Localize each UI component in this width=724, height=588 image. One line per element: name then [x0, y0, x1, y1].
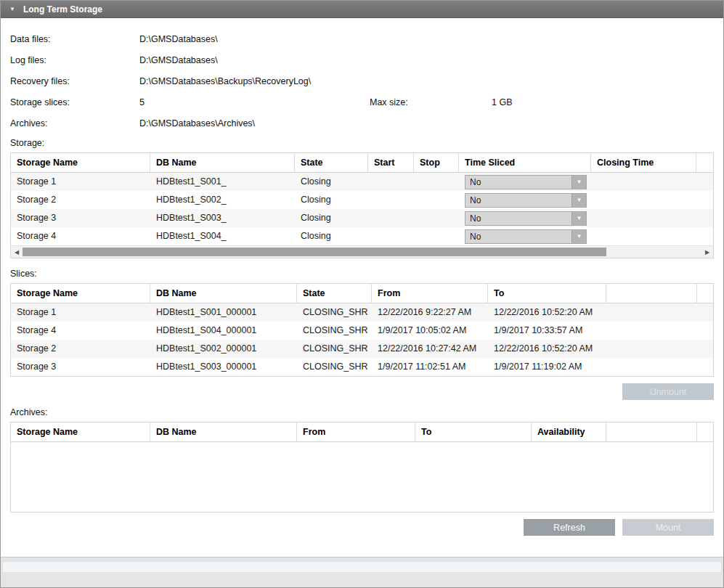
cell-filler: [697, 340, 713, 358]
unmount-button[interactable]: Unmount: [622, 383, 714, 400]
column-header-start[interactable]: Start: [368, 153, 414, 172]
cell-stop: [414, 191, 459, 209]
storage-row[interactable]: Storage 3 HDBtest1_S003_ Closing No ▼: [11, 209, 713, 227]
slice-row[interactable]: Storage 4 HDBtest1_S004_000001 CLOSING_S…: [11, 322, 713, 340]
column-header-to[interactable]: To: [488, 284, 606, 303]
collapse-icon[interactable]: ▼: [9, 6, 15, 12]
storage-horizontal-scrollbar[interactable]: ◀ ▶: [11, 245, 713, 258]
cell-filler: [696, 209, 713, 227]
column-header-stop[interactable]: Stop: [414, 153, 459, 172]
panel-title: Long Term Storage: [23, 4, 102, 15]
column-header-db-name[interactable]: DB Name: [150, 153, 295, 172]
column-header-from[interactable]: From: [297, 422, 415, 441]
cell-to: 12/22/2016 10:52:20 AM: [488, 340, 606, 358]
cell-blank: [606, 340, 697, 358]
cell-to: 12/22/2016 10:52:20 AM: [488, 303, 606, 322]
cell-filler: [696, 173, 713, 191]
cell-from: 1/9/2017 11:02:51 AM: [372, 358, 488, 376]
scroll-left-icon[interactable]: ◀: [11, 246, 23, 258]
cell-storage-name: Storage 4: [11, 322, 150, 340]
storage-row[interactable]: Storage 2 HDBtest1_S002_ Closing No ▼: [11, 191, 713, 209]
time-sliced-dropdown[interactable]: No ▼: [465, 193, 587, 208]
cell-state: Closing: [295, 227, 368, 245]
mount-button[interactable]: Mount: [622, 519, 714, 536]
cell-storage-name: Storage 1: [11, 173, 150, 191]
dropdown-selected-value: No: [465, 176, 572, 189]
max-size-value: 1 GB: [492, 97, 714, 107]
refresh-button[interactable]: Refresh: [524, 519, 615, 536]
column-header-storage-name[interactable]: Storage Name: [11, 153, 150, 172]
cell-filler: [697, 322, 713, 340]
cell-closing-time: [591, 191, 696, 209]
slices-section-label: Slices:: [10, 269, 714, 279]
panel-header[interactable]: ▼ Long Term Storage: [1, 1, 723, 18]
chevron-down-icon[interactable]: ▼: [572, 230, 586, 243]
slice-row[interactable]: Storage 2 HDBtest1_S002_000001 CLOSING_S…: [11, 340, 713, 358]
max-size-label: Max size:: [370, 97, 492, 107]
storage-section-label: Storage:: [10, 138, 714, 148]
archives-table-header: Storage Name DB Name From To Availabilit…: [11, 422, 713, 442]
cell-db-name: HDBtest1_S004_: [150, 227, 295, 245]
scrollbar-thumb[interactable]: [23, 248, 606, 256]
cell-state: Closing: [295, 209, 368, 227]
bottom-panel-band: [2, 561, 722, 573]
column-header-storage-name[interactable]: Storage Name: [11, 422, 150, 441]
chevron-down-icon[interactable]: ▼: [572, 212, 586, 225]
chevron-down-icon[interactable]: ▼: [572, 194, 586, 207]
column-header-storage-name[interactable]: Storage Name: [11, 284, 150, 303]
cell-from: 1/9/2017 10:05:02 AM: [372, 322, 488, 340]
archives-empty-body: [11, 442, 713, 512]
cell-time-sliced: No ▼: [459, 227, 591, 245]
archives-table: Storage Name DB Name From To Availabilit…: [10, 422, 714, 513]
storage-table-header: Storage Name DB Name State Start Stop Ti…: [11, 153, 713, 173]
column-header-from[interactable]: From: [372, 284, 488, 303]
time-sliced-dropdown[interactable]: No ▼: [465, 211, 587, 226]
chevron-down-icon[interactable]: ▼: [572, 176, 586, 189]
storage-row[interactable]: Storage 1 HDBtest1_S001_ Closing No ▼: [11, 173, 713, 191]
cell-start: [368, 209, 414, 227]
column-header-availability[interactable]: Availability: [532, 422, 606, 441]
column-header-db-name[interactable]: DB Name: [150, 284, 297, 303]
column-header-state[interactable]: State: [295, 153, 368, 172]
column-header-state[interactable]: State: [297, 284, 372, 303]
cell-closing-time: [591, 227, 696, 245]
cell-storage-name: Storage 3: [11, 358, 150, 376]
cell-stop: [414, 209, 459, 227]
panel-content: Data files: D:\GMSDatabases\ Log files: …: [1, 18, 723, 557]
log-files-value: D:\GMSDatabases\: [139, 55, 714, 65]
time-sliced-dropdown[interactable]: No ▼: [465, 229, 587, 244]
time-sliced-dropdown[interactable]: No ▼: [465, 175, 587, 189]
storage-row[interactable]: Storage 4 HDBtest1_S004_ Closing No ▼: [11, 227, 713, 245]
cell-blank: [606, 303, 697, 322]
slice-row[interactable]: Storage 3 HDBtest1_S003_000001 CLOSING_S…: [11, 358, 713, 376]
cell-to: 1/9/2017 10:33:57 AM: [488, 322, 606, 340]
cell-storage-name: Storage 2: [11, 340, 150, 358]
cell-from: 12/22/2016 9:22:27 AM: [372, 303, 488, 322]
data-files-label: Data files:: [10, 34, 139, 44]
scrollbar-track[interactable]: [23, 246, 701, 258]
dropdown-selected-value: No: [465, 194, 572, 207]
archives-path-value: D:\GMSDatabases\Archives\: [139, 118, 714, 128]
column-header-closing-time[interactable]: Closing Time: [591, 153, 696, 172]
cell-filler: [697, 303, 713, 322]
storage-slices-row: Storage slices: 5 Max size: 1 GB: [10, 91, 714, 113]
settings-fields: Data files: D:\GMSDatabases\ Log files: …: [10, 28, 714, 134]
column-header-to[interactable]: To: [415, 422, 532, 441]
cell-stop: [414, 173, 459, 191]
column-header-filler: [697, 284, 713, 303]
cell-db-name: HDBtest1_S002_: [150, 191, 295, 209]
slices-table: Storage Name DB Name State From To Stora…: [10, 283, 714, 377]
log-files-label: Log files:: [10, 55, 139, 65]
recovery-files-label: Recovery files:: [10, 76, 139, 86]
cell-storage-name: Storage 3: [11, 209, 150, 227]
column-header-time-sliced[interactable]: Time Sliced: [459, 153, 591, 172]
cell-to: 1/9/2017 11:19:02 AM: [488, 358, 606, 376]
storage-slices-label: Storage slices:: [10, 97, 139, 107]
column-header-db-name[interactable]: DB Name: [150, 422, 297, 441]
column-header-filler: [697, 422, 713, 441]
cell-from: 12/22/2016 10:27:42 AM: [372, 340, 488, 358]
cell-db-name: HDBtest1_S003_: [150, 209, 295, 227]
cell-filler: [696, 227, 713, 245]
slice-row[interactable]: Storage 1 HDBtest1_S001_000001 CLOSING_S…: [11, 303, 713, 322]
scroll-right-icon[interactable]: ▶: [701, 246, 713, 258]
